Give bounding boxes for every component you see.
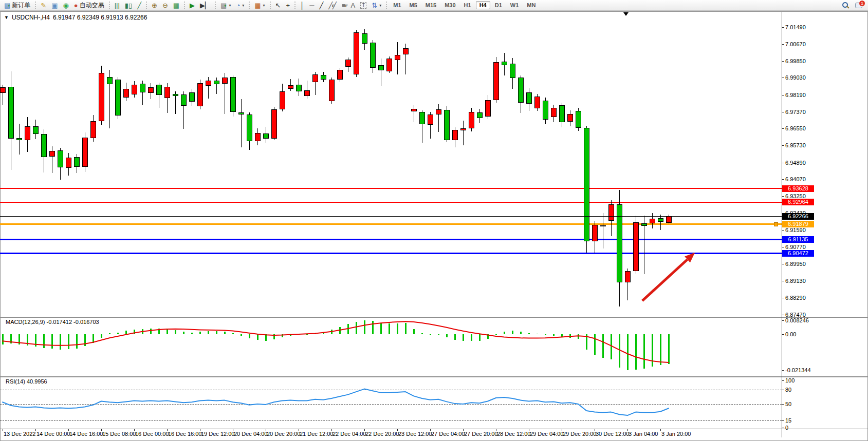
macd-histogram-bar xyxy=(142,329,143,334)
time-tick xyxy=(266,429,266,431)
time-label[interactable]: 20 Dec 04:00 xyxy=(234,431,267,437)
candle xyxy=(132,85,137,94)
candle xyxy=(33,126,39,134)
time-label[interactable]: 28 Dec 12:00 xyxy=(497,431,530,437)
candle xyxy=(156,85,162,95)
time-label[interactable]: 22 Dec 04:00 xyxy=(333,431,366,437)
macd-histogram-bar xyxy=(635,334,637,370)
macd-histogram-bar xyxy=(68,334,69,349)
macd-histogram-bar xyxy=(191,333,193,334)
candle xyxy=(263,133,269,139)
time-label[interactable]: 30 Dec 12:00 xyxy=(596,431,629,437)
candle xyxy=(485,100,491,117)
rsi-axis-label: 50 xyxy=(785,401,791,407)
time-tick xyxy=(200,429,200,431)
macd-histogram-bar xyxy=(569,334,571,338)
macd-histogram-bar xyxy=(265,334,267,341)
macd-histogram-bar xyxy=(594,334,596,355)
candle xyxy=(206,81,211,86)
time-label[interactable]: 27 Dec 04:00 xyxy=(431,431,465,437)
macd-histogram-bar xyxy=(421,333,423,334)
chart-collapse-icon[interactable]: ▼ xyxy=(4,15,9,20)
candle xyxy=(82,138,88,167)
orange-entry-line-anchor[interactable] xyxy=(774,222,778,226)
time-label[interactable]: 14 Dec 16:00 xyxy=(69,431,103,437)
time-tick xyxy=(364,429,365,431)
resistance-line-1[interactable] xyxy=(0,188,782,189)
pane-separator xyxy=(0,317,868,318)
candle xyxy=(370,43,376,68)
time-label[interactable]: 16 Dec 00:00 xyxy=(135,431,169,437)
macd-histogram-bar xyxy=(150,329,152,334)
macd-histogram-bar xyxy=(413,329,415,334)
candle xyxy=(419,112,425,124)
candle xyxy=(510,64,515,78)
time-label[interactable]: 13 Dec 2022 xyxy=(4,431,35,437)
macd-histogram-bar xyxy=(471,334,472,341)
macd-histogram-bar xyxy=(380,323,382,334)
time-label[interactable]: 20 Dec 20:00 xyxy=(267,431,300,437)
time-label[interactable]: 15 Dec 08:00 xyxy=(102,431,136,437)
macd-histogram-bar xyxy=(389,323,390,334)
time-tick xyxy=(299,429,299,431)
macd-histogram-bar xyxy=(446,334,448,337)
candle xyxy=(658,218,663,222)
macd-histogram-bar xyxy=(479,334,481,341)
rsi-level-line xyxy=(0,420,782,421)
macd-histogram-bar xyxy=(660,334,661,365)
macd-histogram-bar xyxy=(364,320,365,334)
macd-histogram-bar xyxy=(520,332,522,334)
time-tick xyxy=(134,429,135,431)
price-tick-label: 6.99850 xyxy=(785,58,806,64)
candle xyxy=(107,77,113,84)
time-label[interactable]: 14 Dec 00:00 xyxy=(36,431,70,437)
time-label[interactable]: 29 Dec 04:00 xyxy=(530,431,563,437)
time-label[interactable]: 16 Dec 16:00 xyxy=(168,431,201,437)
macd-histogram-bar xyxy=(93,334,94,343)
candle xyxy=(411,109,417,111)
support-line-2[interactable] xyxy=(0,253,782,254)
orange-entry-line[interactable] xyxy=(0,223,782,225)
macd-histogram-bar xyxy=(512,331,513,334)
price-tick-label: 6.99030 xyxy=(785,74,806,81)
candle xyxy=(362,33,367,44)
time-label[interactable]: 3 Jan 04:00 xyxy=(629,431,658,437)
price-tick-label: 7.00670 xyxy=(785,41,806,47)
price-tick-label: 6.90770 xyxy=(785,244,806,250)
macd-histogram-bar xyxy=(553,334,555,336)
time-label[interactable]: 21 Dec 12:00 xyxy=(300,431,333,437)
trend-arrow-head[interactable] xyxy=(685,253,695,262)
price-tick-label: 6.88290 xyxy=(785,295,806,301)
candle xyxy=(354,32,359,74)
candle xyxy=(115,80,121,116)
time-tick xyxy=(101,429,102,431)
time-tick xyxy=(529,429,529,431)
candle xyxy=(123,89,129,98)
candle xyxy=(403,48,409,54)
price-tick-label: 6.96550 xyxy=(785,125,806,131)
candle xyxy=(197,83,203,106)
time-label[interactable]: 23 Dec 12:00 xyxy=(398,431,432,437)
macd-histogram-bar xyxy=(430,334,431,335)
trend-arrow-annotation[interactable] xyxy=(642,259,688,300)
candle xyxy=(526,92,532,104)
candle xyxy=(608,204,614,221)
macd-histogram-bar xyxy=(356,322,357,334)
price-tick-label: 6.95730 xyxy=(785,142,806,148)
resistance-line-2[interactable] xyxy=(0,202,782,203)
price-badge: 6.91879 xyxy=(782,221,814,227)
candle xyxy=(493,62,499,100)
macd-histogram-bar xyxy=(249,334,250,338)
candle xyxy=(164,87,170,98)
time-label[interactable]: 27 Dec 20:00 xyxy=(464,431,497,437)
time-axis-separator xyxy=(0,429,868,429)
time-label[interactable]: 22 Dec 20:00 xyxy=(365,431,399,437)
support-line-1[interactable] xyxy=(0,239,782,240)
macd-histogram-bar xyxy=(537,334,538,334)
price-tick-label: 6.97370 xyxy=(785,109,806,115)
candle xyxy=(395,55,400,60)
time-label[interactable]: 3 Jan 20:00 xyxy=(661,431,691,437)
time-label[interactable]: 19 Dec 12:00 xyxy=(201,431,234,437)
chart-shift-marker[interactable] xyxy=(623,12,629,16)
time-label[interactable]: 29 Dec 20:00 xyxy=(563,431,596,437)
